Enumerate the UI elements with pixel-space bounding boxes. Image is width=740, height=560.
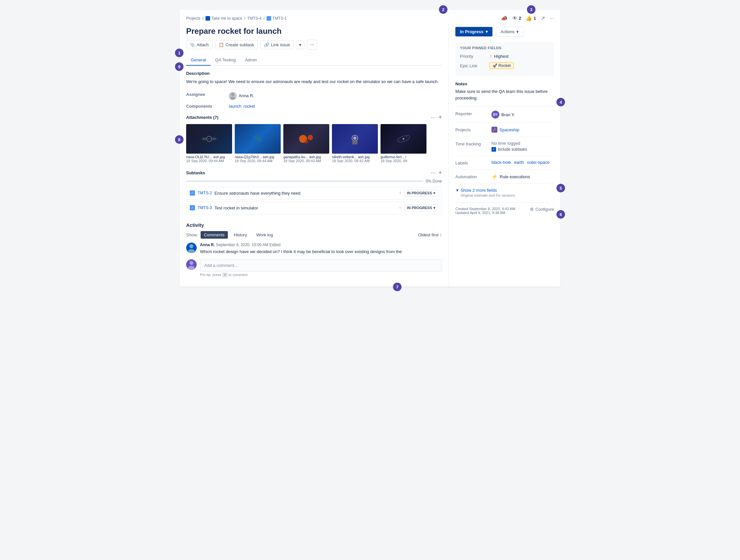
attachment-date-5: 18 Sep 2020, 09: (380, 159, 427, 163)
time-tracking-field: Time tracking No time logged ✓ Include s… (455, 141, 554, 156)
show-more-sub: Original estimate and Fix versions (455, 193, 554, 197)
attachment-item[interactable]: ganapathy-ku... ash.jpg 18 Sep 2020, 09:… (283, 124, 329, 163)
create-subtask-button[interactable]: 📋 Create subtask (215, 40, 258, 49)
svg-point-20 (189, 244, 193, 248)
activity-section: Activity Show: Comments History Work log… (186, 222, 442, 277)
assignee-label: Assignee (186, 92, 229, 97)
breadcrumb-tmts1[interactable]: TMTS-1 (273, 16, 287, 21)
share-button[interactable]: ↗ (541, 15, 545, 21)
progress-percent: 0% Done (426, 179, 442, 184)
label-earth[interactable]: earth (514, 160, 524, 165)
attachment-item[interactable]: nasa-Q1p7bh3... ash.jpg 18 Sep 2020, 09:… (235, 124, 281, 163)
projects-value[interactable]: Spaceship (499, 127, 520, 132)
tab-general[interactable]: General (186, 55, 210, 66)
activity-tab-history[interactable]: History (230, 231, 250, 239)
attachment-item[interactable]: niketh-vellank... ash.jpg 18 Sep 2020, 0… (332, 124, 378, 163)
callout-1: 1 (175, 49, 184, 57)
automation-bolt-icon: ⚡ (491, 174, 498, 180)
announce-icon[interactable]: 📣 (501, 15, 507, 21)
epic-badge[interactable]: 🚀 Rocket (489, 62, 514, 69)
svg-point-12 (304, 139, 308, 144)
tabs-nav: General QA Testing Admin (186, 55, 442, 66)
show-label: Show: (186, 232, 198, 237)
priority-arrow-icon: ↑ (489, 53, 492, 59)
svg-point-1 (230, 97, 236, 100)
attachment-thumb-1 (186, 124, 232, 154)
pinned-fields-section: YOUR PINNED FIELDS Priority ↑ Highest Ep… (455, 42, 554, 76)
toolbar-dropdown-button[interactable]: ▾ (296, 40, 304, 49)
configure-button[interactable]: ⚙ Configure (530, 207, 554, 212)
attachment-item[interactable]: guillermo-ferl... i 18 Sep 2020, 09: (380, 124, 427, 163)
epic-row: Epic Link 🚀 Rocket (460, 62, 549, 69)
svg-point-17 (402, 138, 404, 140)
sort-button[interactable]: Oldest first ↑ (418, 232, 442, 237)
breadcrumb-space[interactable]: Take me to space (211, 16, 242, 21)
activity-tab-worklog[interactable]: Work log (253, 231, 276, 239)
actions-button[interactable]: Actions ▾ (496, 26, 524, 37)
pinned-label: YOUR PINNED FIELDS (460, 46, 549, 50)
subtask-id-1[interactable]: TMTS-2 (198, 191, 212, 195)
attachment-thumb-5 (380, 124, 427, 154)
watch-button[interactable]: 👁 2 (512, 15, 521, 21)
tab-admin[interactable]: Admin (240, 55, 262, 66)
link-issue-button[interactable]: 🔗 Link issue (260, 40, 293, 49)
attach-button[interactable]: 📎 Attach (186, 40, 212, 49)
attachment-item[interactable]: nasa-OLlj17tU... ash.jpg 18 Sep 2020, 09… (186, 124, 232, 163)
attachment-filename-4: niketh-vellank... ash.jpg (332, 155, 378, 159)
svg-point-18 (406, 136, 407, 137)
assignee-value: Anna R. (239, 93, 254, 98)
label-black-hole[interactable]: black-hole (491, 160, 511, 165)
component-launch[interactable]: launch (229, 104, 241, 109)
subtasks-add-button[interactable]: + (438, 169, 442, 176)
tip-key: M (222, 273, 227, 277)
svg-point-15 (353, 136, 357, 140)
callout-4: 4 (556, 98, 565, 106)
comment-input[interactable]: Add a comment... (200, 259, 442, 271)
callout-8: 8 (175, 135, 184, 144)
include-subtasks-row: ✓ Include subtasks (491, 147, 554, 152)
attachment-thumb-2 (235, 124, 281, 154)
activity-tab-comments[interactable]: Comments (201, 231, 228, 239)
attachment-thumb-3 (283, 124, 329, 154)
include-subtasks-checkbox[interactable]: ✓ (491, 147, 496, 152)
breadcrumb-projects[interactable]: Projects (186, 16, 200, 21)
components-label: Components (186, 104, 229, 109)
toolbar-more-button[interactable]: ··· (307, 40, 317, 50)
component-rocket[interactable]: rocket (243, 104, 255, 109)
subtask-status-1[interactable]: IN PROGRESS ▾ (404, 190, 438, 197)
label-outer-space[interactable]: outer-space (527, 160, 550, 165)
subtasks-more-button[interactable]: ··· (431, 169, 436, 176)
comment-tip: Pro tip: press M to comment (200, 273, 442, 277)
attachments-add-button[interactable]: + (438, 114, 442, 121)
add-comment-row: Add a comment... Pro tip: press M to com… (186, 259, 442, 277)
comment-edited: Edited (269, 243, 280, 247)
callout-2: 2 (439, 5, 448, 14)
subtask-icon-2: ✓ (190, 205, 195, 210)
description-section: Description We're going to space! We nee… (186, 71, 442, 85)
projects-label: Projects (455, 127, 491, 132)
tab-qa-testing[interactable]: QA Testing (210, 55, 240, 66)
subtask-status-2[interactable]: IN PROGRESS ▾ (404, 204, 438, 211)
link-icon: 🔗 (264, 42, 269, 47)
priority-value: Highest (494, 54, 508, 59)
breadcrumb-tmts4[interactable]: TMTS-4 (247, 16, 261, 21)
show-more-link[interactable]: ▼ Show 2 more fields (455, 188, 554, 193)
like-button[interactable]: 👍 1 (526, 15, 536, 21)
status-button[interactable]: In Progress ▾ (455, 27, 492, 36)
more-options-button[interactable]: ··· (550, 15, 554, 21)
callout-6: 6 (556, 210, 565, 219)
toolbar: 📎 Attach 📋 Create subtask 🔗 Link issue ▾… (186, 40, 442, 55)
projects-field: Projects 🚀 Spaceship (455, 127, 554, 137)
labels-field: Labels black-hole earth outer-space (455, 160, 554, 170)
attachment-date-1: 18 Sep 2020, 09:44 AM (186, 159, 232, 163)
automation-label: Automation (455, 174, 491, 179)
callout-9: 9 (175, 62, 184, 71)
svg-rect-5 (203, 137, 206, 140)
automation-value: Rule executions (500, 174, 530, 179)
description-label: Description (186, 71, 442, 76)
subtask-id-2[interactable]: TMTS-3 (198, 205, 212, 210)
callout-7: 7 (393, 283, 401, 291)
attachments-more-button[interactable]: ··· (431, 114, 436, 121)
comment-avatar (186, 243, 197, 253)
breadcrumb: Projects / Take me to space / TMTS-4 / T… (180, 10, 560, 24)
